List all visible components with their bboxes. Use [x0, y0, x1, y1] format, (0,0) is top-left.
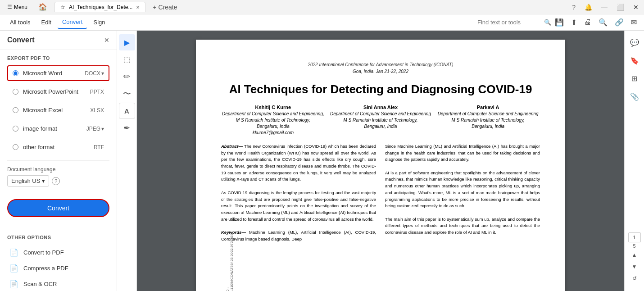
text-tool-button[interactable]: A — [119, 103, 135, 119]
menu-convert[interactable]: Convert — [58, 16, 87, 29]
search-area: 🔍 — [477, 19, 551, 26]
menubar: All tools Edit Convert Sign 🔍 💾 ⬆ 🖨 🔍 🔗 … — [0, 14, 644, 31]
divider-1 — [7, 160, 109, 161]
sign-tool-button[interactable]: ✒ — [119, 120, 135, 136]
word-dropdown-icon: ▾ — [101, 70, 104, 77]
menu-label: Menu — [14, 4, 27, 10]
panel-close-button[interactable]: ✕ — [104, 36, 109, 44]
menu-edit[interactable]: Edit — [37, 16, 56, 28]
mail-icon[interactable]: ✉ — [629, 16, 639, 28]
upload-icon[interactable]: ⬆ — [569, 16, 579, 28]
author-3-dept: Department of Computer Science and Engin… — [436, 111, 540, 130]
search-input[interactable] — [477, 19, 540, 26]
zoom-icon[interactable]: 🔍 — [597, 16, 609, 28]
author-3-name: Parkavi A — [436, 105, 540, 110]
page-up-button[interactable]: ▲ — [629, 250, 640, 260]
option-word[interactable]: Microsoft Word DOCX ▾ — [7, 65, 109, 81]
print-icon[interactable]: 🖨 — [582, 16, 593, 28]
convert-to-pdf-label: Convert to PDF — [23, 249, 64, 256]
scan-ocr-label: Scan & OCR — [23, 281, 57, 287]
create-label: + Create — [153, 4, 177, 11]
radio-word[interactable] — [13, 70, 18, 76]
convert-to-pdf-icon: 📄 — [9, 248, 19, 257]
home-button[interactable]: 🏠 — [35, 1, 51, 13]
save-icon[interactable]: 💾 — [553, 16, 566, 28]
menu-button[interactable]: ☰ Menu — [4, 2, 31, 12]
radio-image[interactable] — [13, 126, 18, 132]
right-p1: Since Machine Learning (ML) and Artifici… — [385, 143, 540, 163]
refresh-button[interactable]: ↺ — [629, 273, 640, 284]
pdf-conference-header: 2022 International Conference for Advanc… — [221, 61, 540, 75]
grid-button[interactable]: ⊞ — [626, 70, 643, 86]
page-total: 5 — [633, 243, 635, 249]
option-other[interactable]: other format RTF — [7, 139, 109, 155]
pdf-page: 2022 International Conference for Advanc… — [196, 40, 565, 291]
select-tool-button[interactable]: ▶ — [119, 34, 135, 50]
minimize-button[interactable]: — — [599, 2, 609, 13]
comment-button[interactable]: 💬 — [626, 34, 643, 50]
page-down-button[interactable]: ▼ — [629, 261, 640, 272]
option-excel[interactable]: Microsoft Excel XLSX — [7, 102, 109, 118]
main-area: Convert ✕ EXPORT PDF TO Microsoft Word D… — [0, 31, 644, 291]
attachment-button[interactable]: 📎 — [626, 88, 643, 105]
hamburger-icon: ☰ — [7, 4, 12, 10]
link-icon[interactable]: 🔗 — [613, 16, 626, 28]
author-3: Parkavi A Department of Computer Science… — [436, 105, 540, 136]
image-format-dropdown[interactable]: JPEG ▾ — [86, 126, 104, 132]
active-tab[interactable]: ☆ AI_Techniques_for_Dete... ✕ — [54, 2, 145, 12]
help-icon[interactable]: ? — [570, 2, 577, 13]
menubar-icons: 💾 ⬆ 🖨 🔍 🔗 ✉ — [553, 16, 639, 28]
panel-header: Convert ✕ — [0, 31, 117, 50]
compress-pdf-label: Compress a PDF — [23, 265, 68, 272]
powerpoint-format: PPTX — [90, 89, 104, 95]
conference-location: Goa, India. Jan 21-22, 2022 — [221, 68, 540, 75]
pen-tool-button[interactable]: ✏ — [119, 68, 135, 85]
scan-ocr-icon: 📄 — [9, 280, 19, 288]
pdf-body-grid: Abstract— The new Coronavirus infection … — [221, 143, 540, 243]
menu-sign[interactable]: Sign — [89, 16, 109, 28]
doc-language-label: Document language — [7, 166, 109, 173]
radio-powerpoint[interactable] — [13, 89, 18, 95]
window-close-button[interactable]: ✕ — [631, 2, 640, 13]
authors-grid: Kshitij C Kurne Department of Computer S… — [221, 105, 540, 136]
author-2-name: Sini Anna Alex — [329, 105, 433, 110]
option-image[interactable]: image format JPEG ▾ — [7, 121, 109, 136]
right-p2: AI is a part of software engineering tha… — [385, 170, 540, 209]
menu-all-tools[interactable]: All tools — [5, 16, 35, 28]
panel-title: Convert — [7, 36, 34, 44]
marquee-tool-button[interactable]: ⬚ — [119, 51, 135, 68]
maximize-button[interactable]: ⬜ — [615, 2, 626, 13]
right-p3: The main aim of this paper is to systema… — [385, 216, 540, 236]
option-other-label: other format — [23, 144, 94, 150]
bookmark-button[interactable]: 🔖 — [626, 52, 643, 68]
pdf-content[interactable]: 2022 International Conference for Advanc… — [137, 31, 624, 291]
word-format-dropdown[interactable]: DOCX ▾ — [85, 70, 104, 77]
option-convert-to-pdf[interactable]: 📄 Convert to PDF — [7, 245, 109, 260]
right-column: Since Machine Learning (ML) and Artifici… — [385, 143, 540, 243]
author-1-dept: Department of Computer Science and Engin… — [221, 111, 325, 136]
option-scan-ocr[interactable]: 📄 Scan & OCR — [7, 276, 109, 291]
radio-other[interactable] — [13, 144, 18, 150]
language-help-icon[interactable]: ? — [52, 177, 60, 185]
word-format-label: DOCX — [85, 70, 100, 77]
option-compress-pdf[interactable]: 📄 Compress a PDF — [7, 260, 109, 276]
page-current: 1 — [628, 232, 641, 242]
option-image-label: image format — [23, 125, 86, 132]
doi-strip: DOI: 10.1109/ICONAT53423.2022.9725835 — [226, 233, 234, 291]
radio-excel[interactable] — [13, 107, 18, 113]
image-dropdown-icon: ▾ — [101, 126, 104, 132]
right-sidebar: 💬 🔖 ⊞ 📎 1 5 ▲ ▼ ↺ — [624, 31, 644, 291]
abstract-label: Abstract— — [221, 144, 243, 149]
tab-close-button[interactable]: ✕ — [136, 5, 140, 10]
abstract-text: The new Coronavirus infection (COVID-19)… — [221, 144, 376, 182]
search-icon[interactable]: 🔍 — [544, 19, 551, 26]
tab-title: AI_Techniques_for_Dete... — [69, 4, 132, 10]
convert-button[interactable]: Convert — [7, 199, 109, 217]
image-format-label: JPEG — [86, 126, 100, 132]
language-selector[interactable]: English US ▾ — [7, 175, 49, 186]
author-1-name: Kshitij C Kurne — [221, 105, 325, 110]
freehand-tool-button[interactable]: 〜 — [119, 86, 135, 102]
create-button[interactable]: + Create — [149, 2, 181, 13]
option-powerpoint[interactable]: Microsoft PowerPoint PPTX — [7, 84, 109, 100]
notification-icon[interactable]: 🔔 — [583, 2, 594, 13]
